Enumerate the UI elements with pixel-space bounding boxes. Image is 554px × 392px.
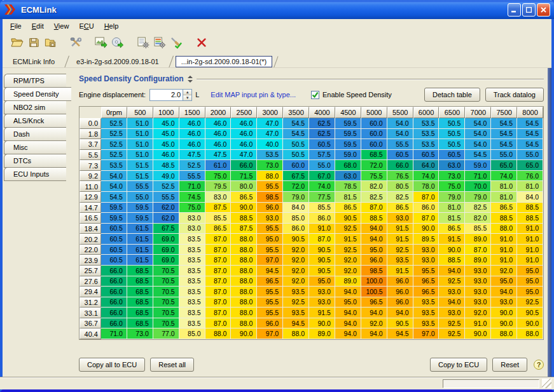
display-settings-icon[interactable] <box>151 34 168 51</box>
sidebar-item-speed-density[interactable]: Speed Density <box>4 87 71 101</box>
cell-r15-c6[interactable]: 96.5 <box>257 276 283 287</box>
cell-r10-c11[interactable]: 91.5 <box>387 224 413 234</box>
cell-r9-c15[interactable]: 88.5 <box>491 213 517 224</box>
cell-r12-c15[interactable]: 91.0 <box>491 245 517 255</box>
cell-r19-c7[interactable]: 94.5 <box>283 318 309 329</box>
col-header-3500[interactable]: 3500 <box>283 107 309 118</box>
cell-r16-c7[interactable]: 93.5 <box>283 287 309 297</box>
row-header-25.7[interactable]: 25.7 <box>80 266 101 276</box>
cell-r0-c11[interactable]: 54.0 <box>387 118 413 129</box>
cell-r0-c0[interactable]: 52.5 <box>101 118 127 129</box>
cell-r2-c3[interactable]: 46.0 <box>179 139 205 150</box>
cell-r17-c9[interactable]: 95.0 <box>335 297 361 308</box>
cell-r1-c10[interactable]: 60.0 <box>361 129 387 140</box>
cell-r15-c16[interactable]: 95.0 <box>517 276 543 287</box>
sidebar-item-als-knck[interactable]: ALS/Knck <box>4 114 66 128</box>
cell-r12-c8[interactable]: 90.5 <box>309 245 335 255</box>
cell-r4-c16[interactable]: 65.0 <box>517 160 543 171</box>
row-header-23.9[interactable]: 23.9 <box>80 255 101 266</box>
cell-r19-c6[interactable]: 96.0 <box>257 318 283 329</box>
cell-r17-c13[interactable]: 94.0 <box>439 297 465 308</box>
cell-r10-c13[interactable]: 86.5 <box>439 224 465 234</box>
cell-r20-c1[interactable]: 73.0 <box>127 328 153 339</box>
cell-r9-c8[interactable]: 86.0 <box>309 213 335 224</box>
cell-r12-c14[interactable]: 87.0 <box>465 245 491 255</box>
cell-r16-c5[interactable]: 88.0 <box>231 287 257 297</box>
cell-r1-c13[interactable]: 50.5 <box>439 129 465 140</box>
cell-r2-c1[interactable]: 51.0 <box>127 139 153 150</box>
cell-r7-c1[interactable]: 55.0 <box>127 192 153 203</box>
cell-r7-c5[interactable]: 86.5 <box>231 192 257 203</box>
cell-r1-c0[interactable]: 52.5 <box>101 129 127 140</box>
cell-r18-c11[interactable]: 94.0 <box>387 308 413 318</box>
cell-r1-c11[interactable]: 54.0 <box>387 129 413 140</box>
cell-r6-c11[interactable]: 80.5 <box>387 181 413 192</box>
menu-item-ecu[interactable]: ECU <box>74 20 99 32</box>
menu-item-file[interactable]: File <box>5 20 27 32</box>
cell-r16-c15[interactable]: 94.0 <box>491 287 517 297</box>
cell-r9-c16[interactable]: 88.5 <box>517 213 543 224</box>
cell-r19-c4[interactable]: 87.0 <box>205 318 232 329</box>
cell-r18-c2[interactable]: 70.5 <box>153 308 179 318</box>
cell-r2-c7[interactable]: 50.5 <box>283 139 309 150</box>
cell-r13-c14[interactable]: 89.0 <box>465 255 491 266</box>
cell-r9-c9[interactable]: 90.5 <box>335 213 361 224</box>
cell-r20-c14[interactable]: 90.0 <box>465 328 491 339</box>
cell-r4-c0[interactable]: 53.5 <box>101 160 127 171</box>
cell-r5-c14[interactable]: 71.0 <box>465 171 491 182</box>
cell-r9-c7[interactable]: 85.0 <box>283 213 309 224</box>
cell-r18-c9[interactable]: 94.0 <box>335 308 361 318</box>
cell-r11-c10[interactable]: 94.0 <box>361 234 387 245</box>
cell-r14-c11[interactable]: 91.5 <box>387 266 413 276</box>
cell-r10-c8[interactable]: 91.0 <box>309 224 335 234</box>
cell-r19-c0[interactable]: 66.0 <box>101 318 127 329</box>
cell-r2-c2[interactable]: 45.0 <box>153 139 179 150</box>
cell-r11-c4[interactable]: 87.0 <box>205 234 232 245</box>
cell-r2-c14[interactable]: 54.0 <box>465 139 491 150</box>
cell-r14-c13[interactable]: 94.0 <box>439 266 465 276</box>
sidebar-item-ecu-inputs[interactable]: ECU Inputs <box>4 167 66 181</box>
cell-r10-c5[interactable]: 87.5 <box>231 224 257 234</box>
cell-r15-c10[interactable]: 100.0 <box>361 276 387 287</box>
cell-r13-c7[interactable]: 92.0 <box>283 255 309 266</box>
cell-r8-c0[interactable]: 59.5 <box>101 203 127 213</box>
cell-r15-c15[interactable]: 95.0 <box>491 276 517 287</box>
cell-r8-c7[interactable]: 84.0 <box>283 203 309 213</box>
sidebar-item-misc[interactable]: Misc <box>4 140 66 154</box>
cell-r2-c9[interactable]: 59.5 <box>335 139 361 150</box>
row-header-14.7[interactable]: 14.7 <box>80 203 101 213</box>
cell-r3-c8[interactable]: 57.5 <box>309 150 335 161</box>
cell-r9-c5[interactable]: 88.5 <box>231 213 257 224</box>
cell-r0-c6[interactable]: 47.0 <box>257 118 283 129</box>
cell-r0-c1[interactable]: 51.0 <box>127 118 153 129</box>
cell-r8-c11[interactable]: 86.5 <box>387 203 413 213</box>
cell-r10-c16[interactable]: 91.0 <box>517 224 543 234</box>
cell-r3-c4[interactable]: 47.5 <box>205 150 232 161</box>
cell-r17-c14[interactable]: 93.0 <box>465 297 491 308</box>
edit-map-input-link[interactable]: Edit MAP input pin & type... <box>211 91 296 98</box>
row-header-5.5[interactable]: 5.5 <box>80 150 101 161</box>
cell-r5-c12[interactable]: 74.0 <box>413 171 440 182</box>
cell-r1-c16[interactable]: 54.5 <box>517 129 543 140</box>
col-header-8000[interactable]: 8000 <box>517 107 543 118</box>
row-header-27.6[interactable]: 27.6 <box>80 276 101 287</box>
cell-r6-c9[interactable]: 78.5 <box>335 181 361 192</box>
cell-r15-c2[interactable]: 70.5 <box>153 276 179 287</box>
setup-check-icon[interactable] <box>168 34 184 51</box>
cell-r10-c15[interactable]: 88.0 <box>491 224 517 234</box>
cell-r12-c11[interactable]: 92.5 <box>387 245 413 255</box>
cell-r0-c13[interactable]: 50.5 <box>439 118 465 129</box>
cell-r11-c16[interactable]: 91.0 <box>517 234 543 245</box>
cell-r18-c12[interactable]: 93.5 <box>413 308 440 318</box>
cell-r2-c8[interactable]: 60.5 <box>309 139 335 150</box>
col-header-7500[interactable]: 7500 <box>491 107 517 118</box>
cell-r9-c4[interactable]: 85.5 <box>205 213 232 224</box>
engine-displacement-value[interactable]: 2.0 <box>149 89 183 101</box>
cell-r0-c9[interactable]: 59.5 <box>335 118 361 129</box>
cell-r7-c8[interactable]: 77.5 <box>309 192 335 203</box>
cell-r13-c11[interactable]: 93.5 <box>387 255 413 266</box>
cell-r17-c1[interactable]: 68.5 <box>127 297 153 308</box>
cell-r18-c10[interactable]: 94.0 <box>361 308 387 318</box>
col-header-5000[interactable]: 5000 <box>361 107 387 118</box>
cell-r4-c14[interactable]: 59.0 <box>465 160 491 171</box>
